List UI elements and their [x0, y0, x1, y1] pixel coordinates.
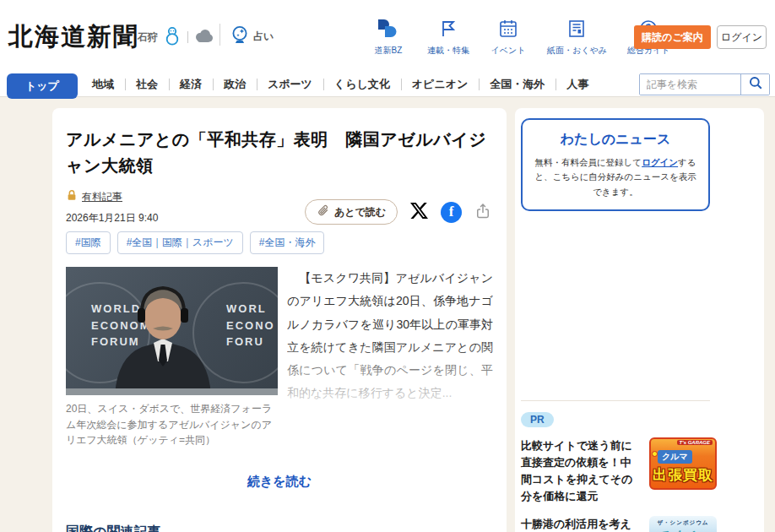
tab-politics[interactable]: 政治	[213, 72, 257, 97]
sidebar: わたしのニュース 無料・有料会員に登録してログインすると、こちらに自分好みのニュ…	[515, 108, 764, 532]
article-search	[639, 73, 770, 95]
quicklink-doshin-bz[interactable]: 道新BZ	[370, 19, 407, 57]
pr-item-symposium[interactable]: 十勝港の利活用を考える「ザ・シンポジウムみなとin十勝」が帯広で開催 ザ・シンポ…	[521, 516, 717, 532]
ad-image-text: 出張買取	[653, 465, 713, 485]
read-later-label: あとで読む	[334, 205, 386, 220]
subscribe-button[interactable]: 購読のご案内	[634, 25, 711, 49]
tab-sports[interactable]: スポーツ	[257, 72, 323, 97]
read-later-button[interactable]: あとで読む	[305, 199, 398, 225]
article-body-text: 【モスクワ共同】アゼルバイジャンのアリエフ大統領は20日、係争地ナゴルノカラバフ…	[287, 271, 493, 399]
header-quick-links: 道新BZ 連載・特集 イベント 紙面・おくやみ 総合ガイド	[370, 19, 670, 57]
fortune-link[interactable]: 占い	[230, 24, 274, 48]
share-row: あとで読む f	[305, 199, 491, 225]
tab-society[interactable]: 社会	[125, 72, 169, 97]
snowman-icon	[162, 25, 182, 49]
my-news-title: わたしのニュース	[531, 131, 700, 149]
quicklink-label: 道新BZ	[375, 45, 403, 57]
fortune-label: 占い	[253, 30, 274, 44]
share-x-button[interactable]	[410, 202, 428, 222]
ad-image-text: クルマ	[658, 450, 692, 464]
crystal-ball-icon	[230, 24, 250, 48]
my-news-box: わたしのニュース 無料・有料会員に登録してログインすると、こちらに自分好みのニュ…	[521, 118, 710, 211]
quicklink-events[interactable]: イベント	[490, 19, 527, 57]
quicklink-label: 連載・特集	[427, 45, 469, 57]
paperclip-icon	[317, 204, 329, 220]
photo-caption: 20日、スイス・ダボスで、世界経済フォーラム年次総会に参加するアゼルバイジャンの…	[66, 401, 278, 448]
my-news-text: 無料・有料会員に登録してログインすると、こちらに自分好みのニュースを表示できます…	[531, 155, 700, 199]
header-divider	[219, 24, 220, 46]
article-title: アルメニアとの「平和共存」表明 隣国アゼルバイジャン大統領	[66, 127, 493, 179]
site-logo[interactable]: 北海道新聞	[8, 20, 139, 54]
share-facebook-button[interactable]: f	[441, 202, 462, 223]
main-nav: トップ 地域 社会 経済 政治 スポーツ くらし文化 オピニオン 全国・海外 人…	[0, 72, 775, 97]
weather-separator	[187, 31, 188, 43]
tag-button[interactable]: #全国・海外	[250, 231, 325, 254]
tab-economy[interactable]: 経済	[169, 72, 213, 97]
tab-lifestyle[interactable]: くらし文化	[323, 72, 401, 97]
my-news-text-before: 無料・有料会員に登録して	[534, 157, 642, 167]
facebook-icon: f	[441, 202, 462, 223]
search-input[interactable]	[640, 74, 740, 95]
article-photo[interactable]: WORLD ECONOMI FORUM WORL ECONO FORU	[66, 267, 278, 395]
pr-badge: PR	[521, 412, 554, 427]
calendar-icon	[498, 19, 518, 42]
pr-item-car-buyout[interactable]: 比較サイトで迷う前に直接査定の依頼を！中間コストを抑えてその分を価格に還元 T'…	[521, 437, 717, 506]
share-box-icon	[474, 203, 491, 222]
pr-item-text: 十勝港の利活用を考える「ザ・シンポジウムみなとin十勝」が帯広で開催	[521, 516, 642, 532]
weather-region-label: 石狩	[138, 30, 158, 45]
tab-personnel[interactable]: 人事	[556, 72, 599, 97]
article-body: 【モスクワ共同】アゼルバイジャンのアリエフ大統領は20日、係争地ナゴルノカラバフ…	[287, 267, 493, 412]
ad-brand-text: T's GARAGE	[677, 440, 713, 445]
quicklink-paper-obituary[interactable]: 紙面・おくやみ	[547, 19, 607, 57]
x-icon	[410, 202, 428, 222]
sidebar-divider	[521, 400, 710, 401]
tab-national-world[interactable]: 全国・海外	[479, 72, 556, 97]
ad-image-text: みなと	[658, 527, 702, 532]
continue-reading-link[interactable]: 続きを読む	[247, 474, 312, 490]
flag-icon	[438, 19, 458, 42]
dbz-logo-icon	[377, 19, 400, 42]
tag-button[interactable]: #全国｜国際｜スポーツ	[117, 231, 243, 254]
lock-icon	[66, 189, 78, 204]
share-button[interactable]	[474, 203, 491, 222]
quicklink-series[interactable]: 連載・特集	[427, 19, 469, 57]
ad-image-text: ザ・シンポジウム	[649, 519, 717, 527]
quicklink-label: イベント	[491, 45, 526, 57]
article-meta: 有料記事 2026年1月21日 9:40 あとで読む f	[66, 189, 493, 228]
tab-region[interactable]: 地域	[81, 72, 125, 97]
ad-dot-decoration	[652, 451, 658, 457]
pr-item-text: 比較サイトで迷う前に直接査定の依頼を！中間コストを抑えてその分を価格に還元	[521, 437, 642, 506]
article-card: アルメニアとの「平和共存」表明 隣国アゼルバイジャン大統領 有料記事 2026年…	[52, 108, 507, 532]
cloud-icon	[193, 28, 214, 46]
weather-widget[interactable]: 石狩	[138, 25, 214, 49]
paid-article-badge[interactable]: 有料記事	[66, 189, 122, 204]
president-silhouette	[66, 267, 278, 395]
related-articles-heading: 国際の関連記事	[66, 524, 493, 532]
pr-item-image: T's GARAGE クルマ 出張買取	[649, 437, 717, 490]
my-news-login-link[interactable]: ログイン	[642, 157, 678, 167]
tab-opinion[interactable]: オピニオン	[401, 72, 480, 97]
tab-top[interactable]: トップ	[7, 73, 78, 99]
article-figure: WORLD ECONOMI FORUM WORL ECONO FORU 20日、…	[66, 267, 278, 448]
magnifier-icon	[748, 75, 763, 93]
article-content: WORLD ECONOMI FORUM WORL ECONO FORU 20日、…	[66, 267, 493, 448]
pr-item-image: ザ・シンポジウム みなと in十勝	[649, 516, 717, 532]
search-button[interactable]	[740, 74, 769, 95]
paid-label: 有料記事	[82, 190, 122, 204]
newspaper-icon	[566, 19, 587, 42]
login-button[interactable]: ログイン	[717, 25, 767, 49]
article-tags: #国際 #全国｜国際｜スポーツ #全国・海外	[66, 231, 493, 254]
quicklink-label: 紙面・おくやみ	[547, 45, 607, 57]
site-header: 北海道新聞 石狩 占い 道新BZ 連載・特集	[0, 0, 775, 72]
tag-button[interactable]: #国際	[66, 231, 111, 254]
